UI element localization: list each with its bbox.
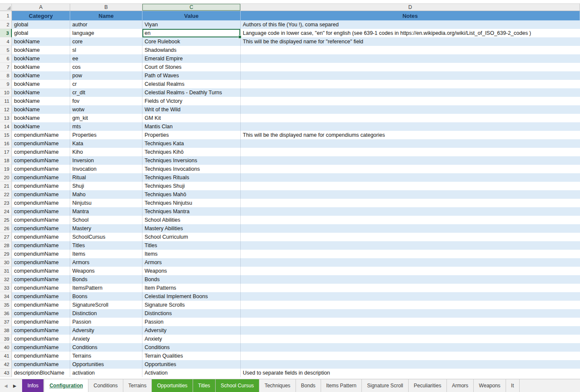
cell-D34[interactable] xyxy=(241,292,580,301)
cell-C1[interactable]: Value xyxy=(142,11,241,20)
cell-A25[interactable]: compendiumName xyxy=(12,216,70,224)
cell-B35[interactable]: SignatureScroll xyxy=(70,301,142,309)
cell-A30[interactable]: compendiumName xyxy=(12,258,70,267)
cell-B6[interactable]: ee xyxy=(70,54,142,63)
cell-B34[interactable]: Boons xyxy=(70,292,142,301)
row-header-15[interactable]: 15 xyxy=(0,131,12,139)
cell-A13[interactable]: bookName xyxy=(12,114,70,122)
cell-A22[interactable]: compendiumName xyxy=(12,190,70,199)
cell-D24[interactable] xyxy=(241,207,580,216)
row-header-20[interactable]: 20 xyxy=(0,173,12,182)
cell-D26[interactable] xyxy=(241,224,580,233)
cell-D23[interactable] xyxy=(241,199,580,207)
cell-A28[interactable]: compendiumName xyxy=(12,241,70,250)
cell-B28[interactable]: Titles xyxy=(70,241,142,250)
cell-C33[interactable]: Item Patterns xyxy=(142,284,241,292)
cell-D20[interactable] xyxy=(241,173,580,182)
row-header-38[interactable]: 38 xyxy=(0,326,12,335)
cell-B19[interactable]: Invocation xyxy=(70,165,142,173)
cell-D32[interactable] xyxy=(241,275,580,284)
cell-C27[interactable]: School Curriculum xyxy=(142,233,241,241)
cell-D41[interactable] xyxy=(241,352,580,360)
row-header-11[interactable]: 11 xyxy=(0,97,12,105)
sheet-tab-techniques[interactable]: Techniques xyxy=(259,379,296,392)
cell-C6[interactable]: Emerald Empire xyxy=(142,54,241,63)
row-header-14[interactable]: 14 xyxy=(0,122,12,131)
cell-A16[interactable]: compendiumName xyxy=(12,139,70,148)
cell-B33[interactable]: ItemsPattern xyxy=(70,284,142,292)
sheet-tab-conditions[interactable]: Conditions xyxy=(88,379,123,392)
cell-A35[interactable]: compendiumName xyxy=(12,301,70,309)
cell-B10[interactable]: cr_dlt xyxy=(70,88,142,97)
cell-C31[interactable]: Weapons xyxy=(142,267,241,275)
row-header-6[interactable]: 6 xyxy=(0,54,12,63)
cell-B36[interactable]: Distinction xyxy=(70,309,142,318)
row-header-40[interactable]: 40 xyxy=(0,343,12,352)
cell-C26[interactable]: Mastery Abilities xyxy=(142,224,241,233)
cell-D18[interactable] xyxy=(241,156,580,165)
cell-D30[interactable] xyxy=(241,258,580,267)
cell-A12[interactable]: bookName xyxy=(12,105,70,114)
row-header-18[interactable]: 18 xyxy=(0,156,12,165)
cell-B18[interactable]: Inversion xyxy=(70,156,142,165)
cell-A38[interactable]: compendiumName xyxy=(12,326,70,335)
cell-A23[interactable]: compendiumName xyxy=(12,199,70,207)
cell-B39[interactable]: Anxiety xyxy=(70,335,142,343)
row-header-2[interactable]: 2 xyxy=(0,20,12,29)
row-header-30[interactable]: 30 xyxy=(0,258,12,267)
cell-A17[interactable]: compendiumName xyxy=(12,148,70,156)
cell-A19[interactable]: compendiumName xyxy=(12,165,70,173)
cell-C5[interactable]: Shadowlands xyxy=(142,46,241,54)
row-header-41[interactable]: 41 xyxy=(0,352,12,360)
cell-D1[interactable]: Notes xyxy=(241,11,580,20)
cell-D4[interactable]: This will be the displayed name for "ref… xyxy=(241,37,580,46)
cell-C41[interactable]: Terrain Qualities xyxy=(142,352,241,360)
row-header-4[interactable]: 4 xyxy=(0,37,12,46)
cell-C24[interactable]: Techniques Mantra xyxy=(142,207,241,216)
cell-C40[interactable]: Conditions xyxy=(142,343,241,352)
cell-B17[interactable]: Kiho xyxy=(70,148,142,156)
cell-A14[interactable]: bookName xyxy=(12,122,70,131)
row-header-28[interactable]: 28 xyxy=(0,241,12,250)
cell-D15[interactable]: This will be the displayed name for comp… xyxy=(241,131,580,139)
cell-D37[interactable] xyxy=(241,318,580,326)
cell-A11[interactable]: bookName xyxy=(12,97,70,105)
cell-D12[interactable] xyxy=(241,105,580,114)
cell-B4[interactable]: core xyxy=(70,37,142,46)
cell-A43[interactable]: descriptionBlocName xyxy=(12,369,70,377)
cell-A29[interactable]: compendiumName xyxy=(12,250,70,258)
cell-B13[interactable]: gm_kit xyxy=(70,114,142,122)
cell-D42[interactable] xyxy=(241,360,580,369)
row-header-17[interactable]: 17 xyxy=(0,148,12,156)
cell-D43[interactable]: Used to separate fields in description xyxy=(241,369,580,377)
cell-B31[interactable]: Weapons xyxy=(70,267,142,275)
cell-D5[interactable] xyxy=(241,46,580,54)
cell-B15[interactable]: Properties xyxy=(70,131,142,139)
sheet-tab-infos[interactable]: Infos xyxy=(22,379,44,392)
column-header-a[interactable]: A xyxy=(12,4,70,11)
cell-A3[interactable]: global xyxy=(12,29,70,37)
cell-D9[interactable] xyxy=(241,80,580,88)
next-sheet-icon[interactable]: ▶ xyxy=(13,384,17,388)
row-header-34[interactable]: 34 xyxy=(0,292,12,301)
cell-C19[interactable]: Techniques Invocations xyxy=(142,165,241,173)
cell-D27[interactable] xyxy=(241,233,580,241)
sheet-tab-opportunities[interactable]: Opportunities xyxy=(152,379,193,392)
cell-D28[interactable] xyxy=(241,241,580,250)
row-header-26[interactable]: 26 xyxy=(0,224,12,233)
row-header-21[interactable]: 21 xyxy=(0,182,12,190)
cell-A4[interactable]: bookName xyxy=(12,37,70,46)
cell-A6[interactable]: bookName xyxy=(12,54,70,63)
cell-B7[interactable]: cos xyxy=(70,63,142,71)
cell-A18[interactable]: compendiumName xyxy=(12,156,70,165)
cell-C39[interactable]: Anxiety xyxy=(142,335,241,343)
cell-C7[interactable]: Court of Stones xyxy=(142,63,241,71)
cell-C18[interactable]: Techniques Inversions xyxy=(142,156,241,165)
row-header-24[interactable]: 24 xyxy=(0,207,12,216)
row-header-39[interactable]: 39 xyxy=(0,335,12,343)
row-header-37[interactable]: 37 xyxy=(0,318,12,326)
cell-D19[interactable] xyxy=(241,165,580,173)
cell-B40[interactable]: Conditions xyxy=(70,343,142,352)
cell-C8[interactable]: Path of Waves xyxy=(142,71,241,80)
cell-B25[interactable]: School xyxy=(70,216,142,224)
